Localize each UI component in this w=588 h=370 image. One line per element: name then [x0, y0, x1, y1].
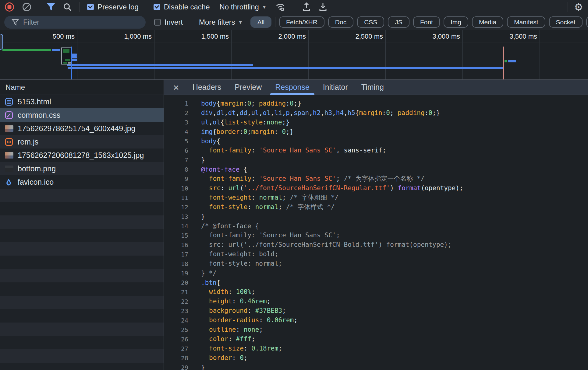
type-filter-font[interactable]: Font [413, 16, 440, 28]
chevron-down-icon[interactable]: ▾ [263, 4, 266, 10]
type-filter-all[interactable]: All [250, 16, 271, 28]
code-line: 14/* @font-face { [164, 221, 588, 231]
type-filter-fetch-xhr[interactable]: Fetch/XHR [279, 16, 324, 28]
tab-headers[interactable]: Headers [193, 80, 221, 95]
type-filter-doc[interactable]: Doc [328, 16, 353, 28]
line-number: 1 [164, 100, 188, 107]
code-text: font-weight: normal; /* 字体粗细 */ [188, 193, 338, 202]
type-filter-manifest[interactable]: Manifest [507, 16, 545, 28]
export-har-icon[interactable] [319, 2, 327, 12]
timeline-gridline [385, 30, 386, 79]
disable-cache-checkbox[interactable] [154, 4, 160, 10]
code-text: outline: none; [188, 325, 263, 334]
tab-response[interactable]: Response [275, 80, 310, 95]
waterfall-bar-blue [71, 54, 77, 56]
detail-tabs: HeadersPreviewResponseInitiatorTiming [193, 80, 384, 95]
clear-network-log-icon[interactable] [23, 3, 31, 11]
request-name: 17562627206081278_1563x1025.jpg [18, 151, 144, 160]
code-text: } [188, 156, 205, 164]
tab-initiator[interactable]: Initiator [323, 80, 348, 95]
search-icon[interactable] [63, 3, 72, 11]
request-row-common-css[interactable]: common.css [0, 108, 164, 122]
request-row-rem-js[interactable]: rem.js [0, 135, 164, 148]
code-text: border: 0; [188, 353, 247, 363]
code-text: font-size: 0.18rem; [188, 344, 282, 353]
line-number: 25 [164, 326, 188, 333]
code-line: 20.btn{ [164, 278, 588, 287]
request-row-17562629786251754-600x449-jpg[interactable]: 17562629786251754_600x449.jpg [0, 122, 164, 135]
dcl-event-line [71, 47, 72, 79]
filter-funnel-icon[interactable] [47, 3, 55, 11]
timeline-tick-label: 500 ms [1, 33, 75, 42]
tab-timing[interactable]: Timing [361, 80, 384, 95]
code-line: 17font-weight: bold; [164, 250, 588, 259]
settings-gear-icon[interactable]: ⚙ [574, 2, 583, 12]
line-number: 10 [164, 185, 188, 192]
type-filter-img[interactable]: Img [444, 16, 468, 28]
code-text: src: url('../font/SourceHanSerifCN-Bold.… [188, 240, 452, 250]
code-text: body{margin:0; padding:0;} [188, 100, 301, 107]
record-stop-icon[interactable] [5, 2, 14, 12]
tab-preview[interactable]: Preview [235, 80, 262, 95]
request-row-bottom-png[interactable]: bottom.png [0, 162, 164, 175]
throttling-select[interactable]: No throttling [219, 3, 259, 11]
request-row-favicon-ico[interactable]: favicon.ico [0, 175, 164, 189]
code-line: 8@font-face { [164, 165, 588, 174]
invert-checkbox[interactable] [154, 19, 161, 26]
code-text: height: 0.46rem; [188, 297, 271, 306]
chevron-down-icon[interactable]: ▾ [239, 19, 242, 26]
type-filter-wasm[interactable]: Wasm [586, 16, 588, 28]
code-text: } */ [188, 270, 217, 277]
code-text: img{border:0;margin: 0;} [188, 128, 294, 135]
network-overview-timeline[interactable]: 500 ms1,000 ms1,500 ms2,000 ms2,500 ms3,… [0, 30, 588, 80]
network-filter-bar: Invert More filters ▾ AllFetch/XHRDocCSS… [0, 14, 588, 30]
code-text: src: url('../font/SourceHanSerifCN-Regul… [188, 183, 463, 193]
preserve-log-checkbox[interactable] [87, 4, 94, 10]
line-number: 27 [164, 345, 188, 352]
overview-brush-handle[interactable] [0, 34, 3, 50]
line-number: 2 [164, 109, 188, 117]
timeline-gridline [77, 30, 77, 79]
image-thumbnail-icon [5, 124, 14, 133]
code-text: font-weight: bold; [188, 250, 278, 259]
empty-rows-filler [0, 189, 164, 370]
filter-input[interactable] [23, 18, 127, 26]
line-number: 24 [164, 317, 188, 324]
line-number: 20 [164, 279, 188, 286]
line-number: 4 [164, 128, 188, 135]
code-text: @font-face { [188, 166, 247, 173]
line-number: 23 [164, 307, 188, 315]
code-text: body{ [188, 138, 220, 145]
type-filter-css[interactable]: CSS [357, 16, 384, 28]
request-name: 17562629786251754_600x449.jpg [18, 124, 136, 133]
type-filter-socket[interactable]: Socket [549, 16, 583, 28]
code-line: 2div,dl,dt,dd,ul,ol,li,p,span,h2,h3,h4,h… [164, 108, 588, 117]
request-name: rem.js [18, 138, 38, 146]
type-filter-js[interactable]: JS [388, 16, 409, 28]
waterfall-bar-blue [71, 56, 77, 58]
timeline-gridline [231, 30, 232, 79]
import-har-icon[interactable] [303, 2, 310, 12]
code-line: 26color: #fff; [164, 334, 588, 344]
request-rows: 5153.htmlcommon.css17562629786251754_600… [0, 95, 164, 189]
line-number: 28 [164, 354, 188, 362]
network-conditions-icon[interactable] [275, 3, 285, 11]
code-text: } [188, 364, 205, 370]
close-icon[interactable]: × [173, 82, 179, 92]
code-line: 5body{ [164, 136, 588, 146]
code-line: 15font-family: 'Source Han Sans SC'; [164, 231, 588, 240]
detail-tabbar: × HeadersPreviewResponseInitiatorTiming [164, 80, 588, 95]
name-column-header[interactable]: Name [0, 80, 164, 95]
request-row-17562627206081278-1563x1025-jpg[interactable]: 17562627206081278_1563x1025.jpg [0, 148, 164, 162]
filter-input-pill[interactable] [4, 16, 146, 29]
request-row-5153-html[interactable]: 5153.html [0, 95, 164, 108]
more-filters-dropdown[interactable]: More filters [199, 18, 235, 26]
line-number: 19 [164, 270, 188, 277]
code-line: 12font-style: normal; /* 字体样式 */ [164, 202, 588, 212]
type-filter-media[interactable]: Media [472, 16, 503, 28]
code-line: 29} [164, 363, 588, 370]
line-number: 8 [164, 166, 188, 173]
code-line: 4img{border:0;margin: 0;} [164, 127, 588, 136]
code-text: /* @font-face { [188, 222, 259, 230]
response-code-viewer[interactable]: 1body{margin:0; padding:0;}2div,dl,dt,dd… [164, 95, 588, 370]
